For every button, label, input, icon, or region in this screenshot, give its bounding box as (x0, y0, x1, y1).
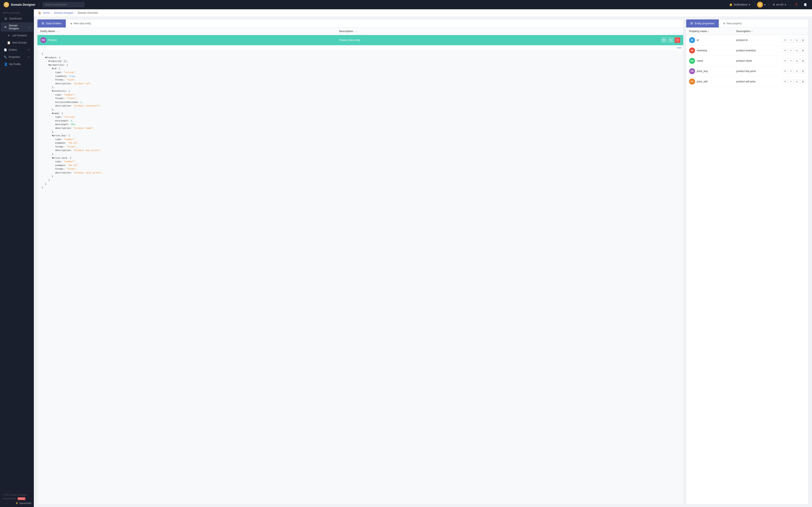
list-item[interactable]: ID id product id 👁 ✎ ⧉ 🗑 (686, 35, 808, 45)
view-prop-button[interactable]: 👁 (782, 58, 788, 63)
list-item[interactable]: IN inventory product inventory 👁 ✎ ⧉ 🗑 (686, 45, 808, 56)
view-prop-button[interactable]: 👁 (782, 79, 788, 84)
edit-entity-button[interactable]: ✎ (668, 38, 673, 43)
sidebar-item-list-domains[interactable]: ≡ List Domains (1, 32, 33, 39)
help-button[interactable]: ❓ (793, 2, 800, 7)
code-line: minLength: 3, (42, 119, 679, 123)
code-line: } (42, 175, 679, 179)
sidebar-item-my-profile[interactable]: 👤 My Profile (1, 61, 33, 68)
list-item[interactable]: NA name product name 👁 ✎ ⧉ 🗑 (686, 56, 808, 66)
code-copy-button[interactable]: copy (38, 45, 683, 50)
code-key: description: (55, 127, 73, 129)
sidebar-label-entities: Entities (9, 48, 17, 51)
delete-prop-button[interactable]: 🗑 (800, 38, 805, 43)
list-item[interactable]: PS price_sell product sell price 👁 ✎ ⧉ 🗑 (686, 76, 808, 87)
prop-name: id (697, 39, 699, 42)
sidebar-item-new-domain[interactable]: 📋 New Domain (1, 39, 33, 46)
language-button[interactable]: ⚙ en-US ▾ (771, 2, 788, 7)
entity-properties-tab[interactable]: ⊞ Entity properties (686, 19, 719, 27)
table-row[interactable]: PR Product Product data entity 👁 ✎ ✕ (38, 35, 683, 45)
copy-prop-button[interactable]: ⧉ (795, 58, 800, 63)
view-entity-button[interactable]: 👁 (661, 38, 667, 43)
breadcrumb-current: Domain Overview (78, 11, 98, 14)
delete-prop-button[interactable]: 🗑 (800, 69, 805, 74)
sidebar-item-properties[interactable]: 🔧 Properties + (1, 54, 33, 60)
sidebar-item-domain-designer[interactable]: ✕ Domain Designer — (1, 22, 33, 32)
code-value: 1, (80, 101, 83, 104)
version-badge: v0.0.2 (17, 497, 26, 500)
search-input[interactable] (42, 2, 85, 7)
code-value: "50.25", (68, 164, 79, 167)
copy-prop-button[interactable]: ⧉ (795, 79, 800, 84)
code-line: }, (42, 108, 679, 112)
code-line: type: "number", (42, 138, 679, 142)
code-line: }, (42, 130, 679, 134)
view-prop-button[interactable]: 👁 (782, 69, 788, 74)
code-line: ▼price_sell: { (42, 156, 679, 160)
code-key: type: (55, 138, 64, 141)
dashboard-icon: ⊞ (4, 17, 8, 20)
breadcrumb-domain-designer[interactable]: Domain Designer (54, 11, 73, 14)
prop-avatar: ID (689, 37, 695, 43)
delete-prop-button[interactable]: 🗑 (800, 58, 805, 63)
prop-avatar: PS (689, 78, 695, 84)
edit-prop-button[interactable]: ✎ (789, 48, 794, 53)
delete-prop-button[interactable]: 🗑 (800, 48, 805, 53)
code-value: "product inventory", (73, 105, 101, 107)
help-icon: ❓ (795, 3, 798, 6)
edit-prop-button[interactable]: ✎ (789, 38, 794, 43)
code-key: description: (55, 82, 73, 85)
new-property-button[interactable]: ⊕ New property (719, 19, 746, 27)
view-prop-button[interactable]: 👁 (782, 48, 788, 53)
bookmark-icon: 📑 (804, 3, 807, 6)
right-panel-header: ⊞ Entity properties ⊕ New property (686, 19, 808, 28)
code-view: {▼Product: {▼required: [],▼properties: {… (38, 50, 683, 504)
version-label: version@main (3, 498, 16, 500)
code-line: format: "float", (42, 145, 679, 149)
properties-icon: 🔧 (4, 56, 7, 59)
topbar-divider4 (790, 3, 791, 7)
add-entity-tab-icon: ⊕ (70, 22, 72, 25)
code-line: { (42, 52, 679, 56)
sort-asc-icon: ⌂ (57, 30, 58, 33)
code-line: type: "string", (42, 71, 679, 74)
edit-prop-button[interactable]: ✎ (789, 69, 794, 74)
copy-prop-button[interactable]: ⧉ (795, 48, 800, 53)
breadcrumb-home[interactable]: Home (43, 11, 50, 14)
code-key: example: (55, 142, 68, 144)
entity-row-actions: 👁 ✎ ✕ (661, 38, 680, 43)
sidebar-item-entities[interactable]: 📄 Entities + (1, 47, 33, 53)
prop-name: price_sell (697, 80, 708, 83)
prop-row-actions: 👁 ✎ ⧉ 🗑 (782, 38, 805, 43)
copy-prop-button[interactable]: ⧉ (795, 69, 800, 74)
chevron-down-icon: ▾ (749, 3, 750, 6)
code-value: "string", (64, 116, 76, 118)
sidebar-section-label: APPLICATIONS (0, 9, 34, 15)
language-label: en-US (776, 3, 783, 6)
add-property-button[interactable]: + (27, 55, 30, 59)
list-item[interactable]: PB price_buy product buy price 👁 ✎ ⧉ 🗑 (686, 66, 808, 76)
delete-entity-button[interactable]: ✕ (675, 38, 680, 43)
prop-sort-asc2: ⌂ (751, 30, 753, 33)
sidebar-item-dashboard[interactable]: ⊞ Dashboard (1, 15, 33, 22)
view-prop-button[interactable]: 👁 (782, 38, 788, 43)
new-data-entity-button[interactable]: ⊕ New data entity (66, 19, 95, 27)
copy-prop-button[interactable]: ⧉ (795, 38, 800, 43)
topbar: Domain Designer 🔔 Notifications ▾ JE ▾ ⚙… (0, 0, 812, 9)
prop-avatar: IN (689, 48, 695, 53)
user-area[interactable]: JE ▾ (757, 2, 766, 8)
entities-icon: 📄 (4, 48, 7, 51)
delete-prop-button[interactable]: 🗑 (800, 79, 805, 84)
prop-name-header: Property name ⌂ (686, 28, 733, 35)
add-entity-button[interactable]: + (27, 48, 30, 52)
data-entities-tab[interactable]: ⊞ Data Entities (38, 19, 66, 27)
notifications-button[interactable]: 🔔 Notifications ▾ (728, 2, 752, 7)
code-line: } (42, 182, 679, 186)
edit-prop-button[interactable]: ✎ (789, 79, 794, 84)
code-line: readOnly: true, (42, 74, 679, 78)
app-logo: Domain Designer (3, 2, 35, 8)
edit-prop-button[interactable]: ✎ (789, 58, 794, 63)
code-value: "number", (64, 160, 76, 163)
code-value: "product name", (73, 127, 94, 129)
bookmark-button[interactable]: 📑 (802, 2, 809, 7)
